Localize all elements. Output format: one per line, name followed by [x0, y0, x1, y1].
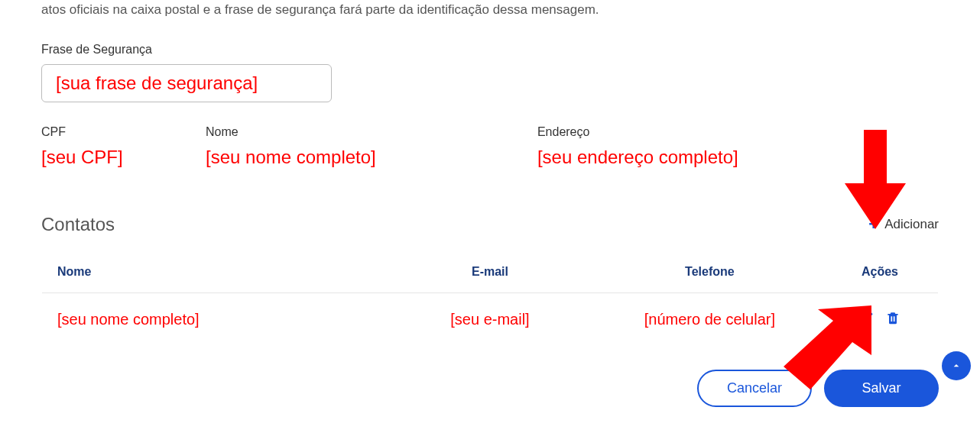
cancel-button[interactable]: Cancelar	[697, 370, 812, 407]
contacts-title: Contatos	[41, 214, 115, 235]
security-phrase-input[interactable]: [sua frase de segurança]	[41, 64, 332, 102]
delete-button[interactable]	[885, 310, 900, 329]
row-email: [seu e-mail]	[382, 292, 598, 346]
cpf-value: [seu CPF]	[41, 147, 183, 168]
scroll-top-button[interactable]	[942, 351, 971, 380]
save-button[interactable]: Salvar	[824, 370, 939, 407]
add-contact-button[interactable]: + Adicionar	[868, 216, 939, 233]
contacts-table: Nome E-mail Telefone Ações [seu nome com…	[41, 250, 939, 347]
table-row: [seu nome completo] [seu e-mail] [número…	[42, 292, 939, 346]
security-phrase-group: Frase de Segurança [sua frase de seguran…	[41, 43, 939, 102]
endereco-field: Endereço [seu endereço completo]	[537, 125, 939, 168]
nome-label: Nome	[206, 125, 514, 139]
chevron-up-icon	[950, 360, 962, 372]
security-phrase-label: Frase de Segurança	[41, 43, 939, 57]
col-header-email: E-mail	[382, 250, 598, 292]
edit-icon	[859, 310, 875, 325]
row-telefone: [número de celular]	[598, 292, 822, 346]
endereco-label: Endereço	[537, 125, 939, 139]
plus-icon: +	[868, 216, 878, 233]
endereco-value: [seu endereço completo]	[537, 147, 939, 168]
col-header-telefone: Telefone	[598, 250, 822, 292]
nome-value: [seu nome completo]	[206, 147, 514, 168]
intro-text: atos oficiais na caixa postal e a frase …	[41, 0, 939, 20]
cpf-field: CPF [seu CPF]	[41, 125, 183, 168]
edit-button[interactable]	[859, 310, 875, 329]
col-header-nome: Nome	[42, 250, 383, 292]
row-nome: [seu nome completo]	[42, 292, 383, 346]
trash-icon	[885, 310, 900, 325]
nome-field: Nome [seu nome completo]	[206, 125, 514, 168]
cpf-label: CPF	[41, 125, 183, 139]
col-header-acoes: Ações	[822, 250, 939, 292]
add-contact-label: Adicionar	[884, 217, 939, 232]
